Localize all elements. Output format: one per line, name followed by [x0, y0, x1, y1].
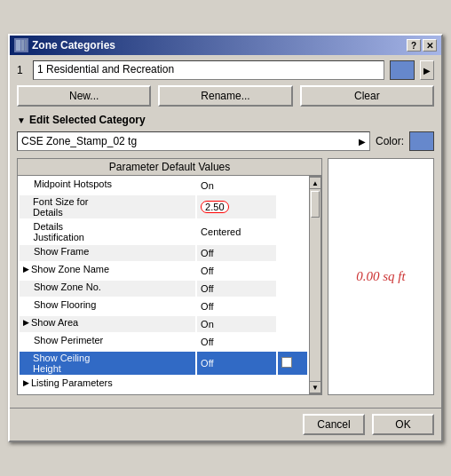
- params-scrollbar[interactable]: ▲ ▼: [309, 176, 321, 394]
- row-expand-icon[interactable]: ▶: [23, 265, 29, 274]
- svg-rect-0: [16, 40, 20, 51]
- param-value: Centered: [197, 220, 276, 243]
- params-container: Parameter Default Values Midpoint Hotspo…: [17, 158, 322, 395]
- param-value: On: [197, 178, 276, 194]
- table-row[interactable]: Show Ceiling HeightOff: [20, 352, 307, 375]
- category-row: CSE Zone_Stamp_02 tg ▶ Color:: [17, 131, 434, 151]
- param-name: Show Area: [31, 317, 78, 328]
- dropdown-arrow-icon: ▶: [359, 137, 366, 147]
- close-button[interactable]: ✕: [423, 39, 437, 52]
- param-name: Show Flooring: [34, 299, 96, 310]
- category-name: CSE Zone_Stamp_02 tg: [21, 135, 137, 147]
- row-expand-icon[interactable]: ▶: [23, 318, 29, 327]
- table-row[interactable]: Show Zone No.Off: [20, 281, 307, 297]
- dialog-body: 1 1 Residential and Recreation ▶ New... …: [10, 55, 441, 408]
- dialog-title: Zone Categories: [32, 39, 115, 52]
- row-expand-icon[interactable]: ▶: [23, 378, 29, 387]
- new-button[interactable]: New...: [17, 85, 151, 107]
- param-name: Show Zone No.: [34, 282, 101, 292]
- zone-categories-dialog: Zone Categories ? ✕ 1 1 Residential and …: [8, 34, 443, 442]
- param-value: 2.50: [197, 195, 276, 218]
- table-row[interactable]: ▶Show AreaOn: [20, 316, 307, 332]
- dialog-icon: [14, 38, 28, 52]
- circled-value: 2.50: [201, 201, 228, 213]
- title-buttons: ? ✕: [407, 39, 437, 52]
- param-name: Show Frame: [34, 246, 89, 257]
- table-row[interactable]: Show FlooringOff: [20, 298, 307, 314]
- zone-name-text: 1 Residential and Recreation: [37, 63, 174, 75]
- cancel-button[interactable]: Cancel: [303, 414, 365, 435]
- param-value: Off: [197, 263, 276, 279]
- params-table: Midpoint HotspotsOnFont Size for Details…: [18, 176, 309, 394]
- scroll-down-button[interactable]: ▼: [309, 381, 321, 393]
- scroll-thumb[interactable]: [311, 191, 320, 218]
- zone-row: 1 1 Residential and Recreation ▶: [17, 60, 434, 80]
- svg-rect-1: [21, 40, 24, 51]
- help-button[interactable]: ?: [407, 39, 421, 52]
- params-title: Parameter Default Values: [18, 159, 321, 176]
- param-name: Show Ceiling Height: [33, 353, 113, 374]
- param-name: Listing Parameters: [31, 377, 113, 388]
- param-name: Show Perimeter: [34, 335, 103, 345]
- param-value: Off: [197, 245, 276, 261]
- params-inner: Midpoint HotspotsOnFont Size for Details…: [18, 176, 321, 394]
- params-section: Parameter Default Values Midpoint Hotspo…: [17, 158, 434, 395]
- title-bar-left: Zone Categories: [14, 38, 115, 52]
- table-row[interactable]: ▶Show Zone NameOff: [20, 263, 307, 279]
- zone-number: 1: [17, 64, 28, 76]
- scroll-up-button[interactable]: ▲: [309, 177, 321, 189]
- section-label: Edit Selected Category: [29, 114, 146, 126]
- param-name: Details Justification: [34, 221, 113, 242]
- table-row[interactable]: ▶Listing Parameters: [20, 377, 307, 393]
- zone-color-swatch[interactable]: [390, 60, 415, 80]
- section-expand-icon[interactable]: ▼: [17, 115, 26, 125]
- param-checkbox-cell: [278, 352, 307, 375]
- color-label: Color:: [376, 135, 404, 147]
- param-value: Off: [197, 352, 276, 375]
- table-row[interactable]: Details JustificationCentered: [20, 220, 307, 243]
- table-row[interactable]: Show PerimeterOff: [20, 334, 307, 350]
- param-value: Off: [197, 281, 276, 297]
- table-row[interactable]: Show FrameOff: [20, 245, 307, 261]
- param-value: On: [197, 316, 276, 332]
- rename-button[interactable]: Rename...: [158, 85, 292, 107]
- footer-row: Cancel OK: [10, 408, 441, 440]
- table-row[interactable]: Midpoint HotspotsOn: [20, 178, 307, 194]
- clear-button[interactable]: Clear: [300, 85, 434, 107]
- zone-arrow-button[interactable]: ▶: [420, 60, 434, 80]
- category-color-swatch[interactable]: [409, 131, 434, 151]
- svg-rect-2: [25, 40, 27, 51]
- table-row[interactable]: Font Size for Details2.50: [20, 195, 307, 218]
- preview-text: 0.00 sq ft: [356, 269, 405, 284]
- param-value: Off: [197, 298, 276, 314]
- ok-button[interactable]: OK: [372, 414, 434, 435]
- title-bar: Zone Categories ? ✕: [10, 36, 441, 55]
- category-dropdown[interactable]: CSE Zone_Stamp_02 tg ▶: [17, 131, 370, 151]
- param-name: Font Size for Details: [33, 196, 113, 218]
- preview-box: 0.00 sq ft: [328, 158, 434, 395]
- param-value: Off: [197, 334, 276, 350]
- action-buttons: New... Rename... Clear: [17, 85, 434, 107]
- param-checkbox[interactable]: [281, 357, 292, 368]
- edit-section-header: ▼ Edit Selected Category: [17, 114, 434, 126]
- param-name: Show Zone Name: [31, 264, 109, 274]
- param-name: Midpoint Hotspots: [34, 178, 112, 189]
- zone-name-field[interactable]: 1 Residential and Recreation: [33, 60, 384, 80]
- param-value: [197, 377, 276, 393]
